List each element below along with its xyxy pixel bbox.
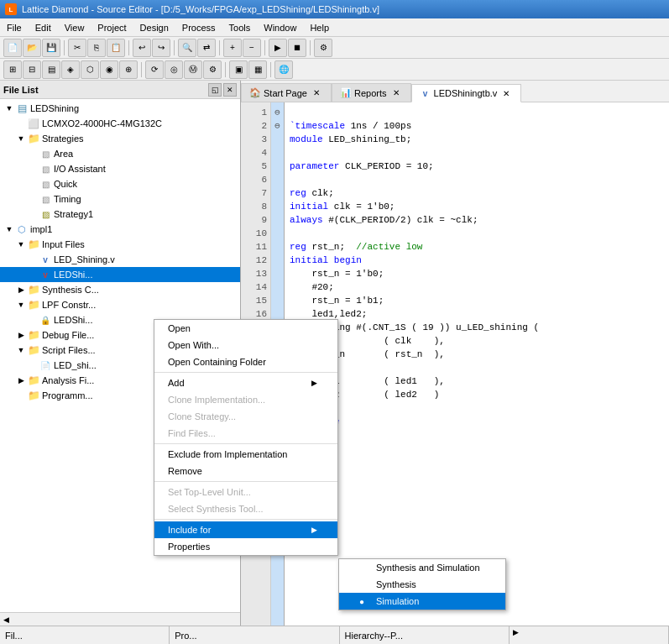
tb-open[interactable]: 📂 — [23, 39, 41, 57]
menu-edit[interactable]: Edit — [29, 18, 58, 36]
scroll-left-icon[interactable]: ◀ — [3, 615, 9, 624]
tree-label: Timing — [54, 194, 81, 204]
tree-item-io[interactable]: ▧ I/O Assistant — [0, 161, 240, 176]
tb2-b10[interactable]: Ⓜ — [184, 60, 202, 79]
tree-item-timing[interactable]: ▧ Timing — [0, 191, 240, 207]
tb-sep4 — [219, 40, 220, 55]
code-editor[interactable]: `timescale 1ns / 100ps module LED_shinin… — [285, 102, 669, 626]
menu-window[interactable]: Window — [257, 18, 303, 36]
expand-icon[interactable]: ▶ — [15, 285, 27, 294]
ctx-add[interactable]: Add ▶ — [154, 374, 337, 391]
tb2-globe[interactable]: 🌐 — [274, 60, 293, 79]
tb2-b13[interactable]: ▦ — [248, 60, 267, 79]
file-list-header: File List ◱ ✕ — [0, 81, 240, 99]
tb-copy[interactable]: ⎘ — [87, 39, 106, 57]
tb-redo[interactable]: ↪ — [152, 39, 170, 57]
tab-close-start[interactable]: ✕ — [311, 87, 322, 99]
tb2-b9[interactable]: ◎ — [165, 60, 183, 79]
tb-replace[interactable]: ⇄ — [197, 39, 216, 57]
ctx-properties[interactable]: Properties — [154, 538, 337, 555]
expand-icon[interactable]: ▼ — [15, 134, 27, 143]
tree-item-ledshining[interactable]: ▼ ▤ LEDShining — [0, 101, 240, 116]
tb2-b11[interactable]: ⚙ — [203, 60, 222, 79]
fold-11[interactable]: ⊖ — [271, 119, 284, 133]
tb2-b5[interactable]: ⬡ — [81, 60, 99, 79]
tb-stop[interactable]: ⏹ — [288, 39, 306, 57]
ctx-open-containing[interactable]: Open Containing Folder — [154, 353, 337, 370]
tb-undo[interactable]: ↩ — [133, 39, 151, 57]
tb-paste[interactable]: 📋 — [107, 39, 125, 57]
tab-ledshiningtb[interactable]: v LEDShiningtb.v ✕ — [411, 84, 522, 102]
tree-item-inputfiles[interactable]: ▼ 📁 Input Files — [0, 237, 240, 252]
status-tab-pro[interactable]: Pro... — [170, 626, 339, 644]
tab-start-page[interactable]: 🏠 Start Page ✕ — [241, 83, 332, 102]
tb2-b12[interactable]: ▣ — [229, 60, 248, 79]
ctx-remove[interactable]: Remove — [154, 463, 337, 479]
tb2-b8[interactable]: ⟳ — [145, 60, 164, 79]
tb-sep6 — [310, 40, 311, 55]
tb2-b4[interactable]: ◈ — [61, 60, 80, 79]
status-tab-fil-label: Fil... — [5, 631, 23, 641]
submenu-synth-and-sim[interactable]: Synthesis and Simulation — [339, 559, 505, 576]
tree-item-quick[interactable]: ▧ Quick — [0, 176, 240, 191]
tb-find[interactable]: 🔍 — [178, 39, 196, 57]
tree-item-area[interactable]: ▧ Area — [0, 146, 240, 161]
ctx-open-with[interactable]: Open With... — [154, 337, 337, 353]
submenu-synthesis[interactable]: Synthesis — [339, 576, 505, 593]
tb-run[interactable]: ▶ — [269, 39, 287, 57]
scroll-right-icon[interactable]: ▶ — [510, 628, 522, 636]
tb-save[interactable]: 💾 — [42, 39, 60, 57]
menu-project[interactable]: Project — [91, 18, 133, 36]
tb2-b6[interactable]: ◉ — [100, 60, 118, 79]
expand-icon[interactable]: ▼ — [15, 346, 27, 354]
submenu-synth-sim-label: Synthesis and Simulation — [376, 563, 480, 573]
tree-item-chip[interactable]: ⬜ LCMXO2-4000HC-4MG132C — [0, 116, 240, 131]
tab-reports[interactable]: 📊 Reports ✕ — [332, 83, 411, 102]
ctx-open[interactable]: Open — [154, 320, 337, 337]
expand-icon[interactable]: ▼ — [15, 301, 27, 309]
menu-process[interactable]: Process — [175, 18, 222, 36]
expand-icon[interactable]: ▼ — [3, 104, 15, 113]
tree-item-impl1[interactable]: ▼ ⬡ impl1 — [0, 222, 240, 237]
tb-zoom-in[interactable]: + — [223, 39, 242, 57]
menu-file[interactable]: File — [0, 18, 29, 36]
tb-settings[interactable]: ⚙ — [314, 39, 332, 57]
tb2-b1[interactable]: ⊞ — [3, 60, 22, 79]
file-list-close-btn[interactable]: ✕ — [223, 83, 237, 97]
submenu-simulation[interactable]: ● Simulation — [339, 593, 505, 610]
tab-close-ledshiningtb[interactable]: ✕ — [500, 87, 512, 99]
tree-label: Debug File... — [42, 330, 94, 340]
menu-design[interactable]: Design — [133, 18, 175, 36]
tb-new[interactable]: 📄 — [3, 39, 22, 57]
menu-view[interactable]: View — [58, 18, 91, 36]
file-list-float-btn[interactable]: ◱ — [208, 83, 222, 97]
ctx-select-synthesis: Select Synthesis Tool... — [154, 500, 337, 517]
app-icon: L — [5, 3, 17, 15]
menu-bar: File Edit View Project Design Process To… — [0, 18, 669, 37]
tab-label: Reports — [354, 88, 387, 98]
tb-zoom-out[interactable]: − — [243, 39, 261, 57]
ctx-exclude[interactable]: Exclude from Implementation — [154, 446, 337, 463]
tree-item-synthesis-c[interactable]: ▶ 📁 Synthesis C... — [0, 282, 240, 297]
tree-item-lpf[interactable]: ▼ 📁 LPF Constr... — [0, 297, 240, 312]
tree-item-strategy1[interactable]: ▨ Strategy1 — [0, 207, 240, 222]
expand-icon[interactable]: ▶ — [15, 376, 27, 385]
tree-item-strategies[interactable]: ▼ 📁 Strategies — [0, 131, 240, 146]
strat1-icon: ▨ — [39, 207, 52, 221]
tb2-b2[interactable]: ⊟ — [23, 60, 41, 79]
tree-item-ledshi-tb[interactable]: v LEDShi... — [0, 267, 240, 282]
expand-icon[interactable]: ▼ — [3, 225, 15, 233]
menu-tools[interactable]: Tools — [222, 18, 258, 36]
tb-cut[interactable]: ✂ — [68, 39, 86, 57]
tb2-b3[interactable]: ▤ — [42, 60, 60, 79]
status-tab-fil[interactable]: Fil... — [0, 626, 170, 644]
status-tab-hierarchy[interactable]: Hierarchy--P... — [340, 626, 510, 644]
expand-icon[interactable]: ▼ — [15, 240, 27, 249]
menu-help[interactable]: Help — [303, 18, 336, 36]
expand-icon[interactable]: ▶ — [15, 331, 27, 339]
tree-item-led-shining-v[interactable]: v LED_Shining.v — [0, 252, 240, 267]
tab-close-reports[interactable]: ✕ — [390, 87, 402, 99]
ctx-include-for[interactable]: Include for ▶ — [154, 521, 337, 538]
fold-2[interactable]: ⊖ — [271, 106, 284, 119]
tb2-b7[interactable]: ⊕ — [119, 60, 138, 79]
